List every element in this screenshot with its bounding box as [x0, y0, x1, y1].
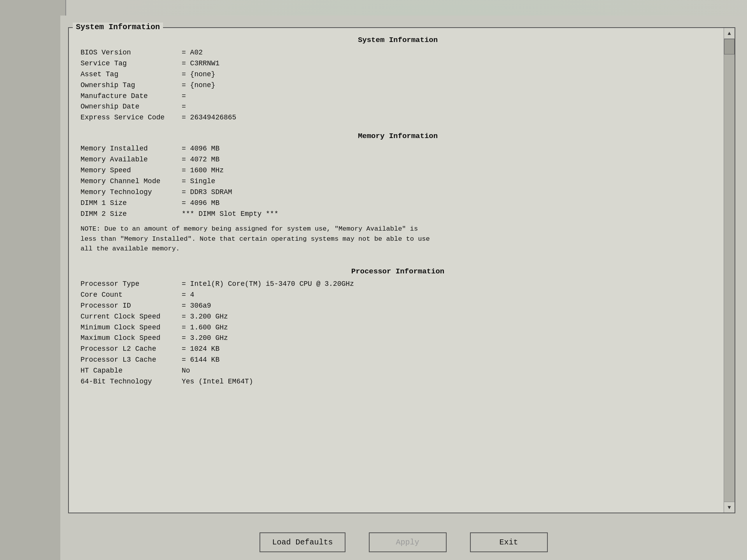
processor-l2-cache-label: Processor L2 Cache	[81, 344, 182, 355]
table-row: HT Capable No	[81, 366, 715, 376]
ht-capable-value: No	[182, 366, 190, 376]
scrollbar-up-button[interactable]: ▲	[724, 28, 735, 39]
asset-tag-label: Asset Tag	[81, 69, 182, 80]
down-arrow-icon: ▼	[728, 504, 731, 511]
memory-channel-mode-label: Memory Channel Mode	[81, 176, 182, 187]
memory-available-label: Memory Available	[81, 154, 182, 165]
ownership-tag-value: = {none}	[182, 80, 215, 91]
table-row: Memory Installed = 4096 MB	[81, 144, 715, 154]
load-defaults-button[interactable]: Load Defaults	[260, 532, 345, 552]
table-row: Minimum Clock Speed = 1.600 GHz	[81, 322, 715, 333]
processor-l2-cache-value: = 1024 KB	[182, 344, 219, 355]
table-row: Service Tag = C3RRNW1	[81, 58, 715, 69]
minimum-clock-speed-value: = 1.600 GHz	[182, 322, 228, 333]
bios-window: System Information System Information BI…	[60, 16, 747, 560]
processor-section-header: Processor Information	[81, 267, 715, 276]
dimm2-size-value: *** DIMM Slot Empty ***	[182, 209, 278, 220]
processor-id-label: Processor ID	[81, 301, 182, 312]
memory-installed-label: Memory Installed	[81, 144, 182, 154]
table-row: Processor L2 Cache = 1024 KB	[81, 344, 715, 355]
asset-tag-value: = {none}	[182, 69, 215, 80]
core-count-label: Core Count	[81, 290, 182, 301]
memory-technology-value: = DDR3 SDRAM	[182, 187, 232, 198]
exit-button[interactable]: Exit	[470, 532, 548, 552]
dimm1-size-label: DIMM 1 Size	[81, 198, 182, 209]
ownership-date-value: =	[182, 102, 186, 112]
table-row: Maximum Clock Speed = 3.200 GHz	[81, 333, 715, 344]
core-count-value: = 4	[182, 290, 194, 301]
system-section-header: System Information	[81, 36, 715, 44]
express-service-code-label: Express Service Code	[81, 112, 182, 123]
current-clock-speed-value: = 3.200 GHz	[182, 312, 228, 322]
memory-available-value: = 4072 MB	[182, 154, 219, 165]
express-service-code-value: = 26349426865	[182, 112, 236, 123]
apply-button[interactable]: Apply	[369, 532, 447, 552]
processor-rows: Processor Type = Intel(R) Core(TM) i5-34…	[81, 279, 715, 387]
table-row: Ownership Date =	[81, 102, 715, 112]
table-row: 64-Bit Technology Yes (Intel EM64T)	[81, 376, 715, 387]
bottom-bar: Load Defaults Apply Exit	[60, 532, 747, 552]
memory-speed-label: Memory Speed	[81, 165, 182, 176]
memory-channel-mode-value: = Single	[182, 176, 215, 187]
table-row: Memory Technology = DDR3 SDRAM	[81, 187, 715, 198]
scrollbar[interactable]: ▲ ▼	[724, 28, 735, 513]
memory-speed-value: = 1600 MHz	[182, 165, 224, 176]
screen: System Information System Information BI…	[0, 0, 747, 560]
scrollbar-thumb[interactable]	[724, 39, 735, 54]
64bit-tech-value: Yes (Intel EM64T)	[182, 376, 253, 387]
system-rows: BIOS Version = A02 Service Tag = C3RRNW1…	[81, 47, 715, 123]
processor-type-value: = Intel(R) Core(TM) i5-3470 CPU @ 3.20GH…	[182, 279, 354, 290]
dimm1-size-value: = 4096 MB	[182, 198, 219, 209]
maximum-clock-speed-label: Maximum Clock Speed	[81, 333, 182, 344]
minimum-clock-speed-label: Minimum Clock Speed	[81, 322, 182, 333]
content-area: System Information BIOS Version = A02 Se…	[69, 28, 723, 513]
memory-installed-value: = 4096 MB	[182, 144, 219, 154]
64bit-tech-label: 64-Bit Technology	[81, 376, 182, 387]
bios-version-label: BIOS Version	[81, 47, 182, 58]
current-clock-speed-label: Current Clock Speed	[81, 312, 182, 322]
processor-type-label: Processor Type	[81, 279, 182, 290]
system-info-panel: System Information System Information BI…	[68, 27, 735, 513]
table-row: Processor Type = Intel(R) Core(TM) i5-34…	[81, 279, 715, 290]
manufacture-date-value: =	[182, 91, 186, 102]
scrollbar-down-button[interactable]: ▼	[724, 502, 735, 513]
ownership-date-label: Ownership Date	[81, 102, 182, 112]
table-row: Current Clock Speed = 3.200 GHz	[81, 312, 715, 322]
table-row: DIMM 1 Size = 4096 MB	[81, 198, 715, 209]
bios-version-value: = A02	[182, 47, 203, 58]
table-row: Asset Tag = {none}	[81, 69, 715, 80]
maximum-clock-speed-value: = 3.200 GHz	[182, 333, 228, 344]
table-row: Core Count = 4	[81, 290, 715, 301]
up-arrow-icon: ▲	[728, 30, 731, 37]
gap2	[81, 259, 715, 267]
memory-note: NOTE: Due to an amount of memory being a…	[81, 224, 431, 254]
table-row: Memory Available = 4072 MB	[81, 154, 715, 165]
left-sidebar	[0, 0, 66, 560]
memory-technology-label: Memory Technology	[81, 187, 182, 198]
service-tag-label: Service Tag	[81, 58, 182, 69]
gap1	[81, 123, 715, 132]
table-row: Express Service Code = 26349426865	[81, 112, 715, 123]
dimm2-size-label: DIMM 2 Size	[81, 209, 182, 220]
table-row: Ownership Tag = {none}	[81, 80, 715, 91]
memory-rows: Memory Installed = 4096 MB Memory Availa…	[81, 144, 715, 219]
table-row: Processor ID = 306a9	[81, 301, 715, 312]
processor-id-value: = 306a9	[182, 301, 211, 312]
table-row: Memory Speed = 1600 MHz	[81, 165, 715, 176]
ownership-tag-label: Ownership Tag	[81, 80, 182, 91]
processor-l3-cache-value: = 6144 KB	[182, 355, 219, 366]
table-row: Processor L3 Cache = 6144 KB	[81, 355, 715, 366]
manufacture-date-label: Manufacture Date	[81, 91, 182, 102]
memory-section-header: Memory Information	[81, 132, 715, 140]
table-row: Manufacture Date =	[81, 91, 715, 102]
table-row: DIMM 2 Size *** DIMM Slot Empty ***	[81, 209, 715, 220]
ht-capable-label: HT Capable	[81, 366, 182, 376]
table-row: Memory Channel Mode = Single	[81, 176, 715, 187]
service-tag-value: = C3RRNW1	[182, 58, 219, 69]
processor-l3-cache-label: Processor L3 Cache	[81, 355, 182, 366]
table-row: BIOS Version = A02	[81, 47, 715, 58]
